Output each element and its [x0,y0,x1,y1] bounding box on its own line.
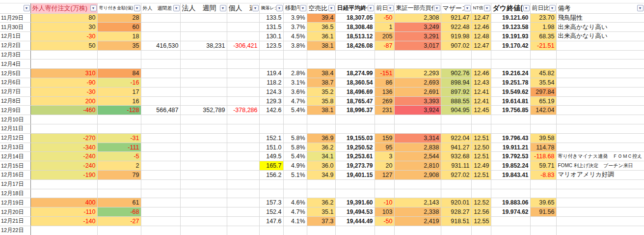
cell-kojin_shu[interactable]: -378,286 [227,106,259,115]
cell-zenjitsu[interactable]: -151 [375,69,394,78]
cell-nt_bai[interactable]: 12.51 [471,133,491,143]
cell-gaijin_shukan[interactable] [141,207,180,217]
cell-kojin_shu[interactable] [227,217,259,226]
cell-zenjitsuhi[interactable]: -8.83 [530,171,556,180]
cell-toraku_ratio[interactable]: 157.3 [259,198,283,207]
cell-toraku_ratio[interactable]: 131.5 [259,23,283,32]
date-cell[interactable]: 12月17日 [0,179,30,189]
cell-biko[interactable] [556,115,644,124]
cell-kojin_shu[interactable] [227,87,259,96]
cell-gaijin_shukan[interactable] [141,87,180,96]
cell-dow_close[interactable]: 19.792.53 [491,152,530,161]
cell-hojin_shukan[interactable] [180,189,227,198]
cell-nikkei_close[interactable]: 19,494.53 [335,207,375,217]
cell-zenjitsu[interactable]: 269 [375,96,394,106]
cell-ido_heikin[interactable]: 5.1% [283,171,307,180]
cell-karauri_hi[interactable] [307,124,335,134]
cell-biko[interactable] [556,143,644,152]
cell-yoritsuke_kingaku[interactable]: 79 [97,171,141,180]
filter-dropdown-icon[interactable]: ▼ [464,5,471,11]
cell-dow_close[interactable]: 19.796.43 [491,133,530,143]
cell-zenjitsu[interactable]: 127 [375,171,394,180]
date-cell[interactable]: 12月18日 [0,189,30,198]
column-header-biko[interactable]: 備考▼ [556,3,644,13]
cell-nt_bai[interactable] [471,59,491,69]
cell-gaijin_shukan[interactable] [141,115,180,124]
cell-toraku_ratio[interactable] [259,115,283,124]
cell-ido_heikin[interactable]: 5.4% [283,106,307,115]
cell-hojin_shukan[interactable] [180,143,227,152]
cell-toraku_ratio[interactable]: 149.5 [259,152,283,161]
column-header-yoritsuke_kingaku[interactable]: 寄り付き金額(億)▼ [97,3,141,13]
cell-gaijin_shukan[interactable] [141,226,180,235]
cell-ido_heikin[interactable]: 4.1% [283,217,307,226]
cell-mothers[interactable]: 904.95 [441,106,471,115]
cell-nt_bai[interactable]: 12.41 [471,87,491,96]
cell-hojin_shukan[interactable] [180,207,227,217]
cell-nikkei_close[interactable]: 19,401.15 [335,171,375,180]
cell-mothers[interactable]: 920.01 [441,198,471,207]
cell-biko[interactable] [556,189,644,198]
cell-zenjitsuhi[interactable]: -21.51 [530,41,556,50]
cell-dow_close[interactable] [491,189,530,198]
cell-nikkei_close[interactable]: 19,444.49 [335,217,375,226]
cell-zenjitsuhi[interactable]: 59.71 [530,161,556,171]
cell-nikkei_close[interactable]: 18,513.12 [335,32,375,41]
cell-nt_bai[interactable]: 12.51 [471,171,491,180]
cell-hojin_shukan[interactable] [180,133,227,143]
cell-mothers[interactable]: 907.02 [441,41,471,50]
cell-gaijin_shukan[interactable] [141,69,180,78]
cell-karauri_hi[interactable]: 36.5 [307,23,335,32]
column-header-tosho_ichibu[interactable]: 東証一部売買代金▼ [394,3,441,13]
cell-tosho_ichibu[interactable]: 2,810 [394,161,441,171]
cell-karauri_hi[interactable] [307,226,335,235]
cell-yoritsuke_kingaku[interactable]: -111 [97,143,141,152]
date-cell[interactable]: 12月9日 [0,106,30,115]
cell-zenjitsu[interactable]: -10 [375,198,394,207]
cell-ido_heikin[interactable]: 3.8% [283,41,307,50]
cell-hojin_shukan[interactable] [180,124,227,134]
cell-gaijin_shukan[interactable] [141,198,180,207]
cell-mothers[interactable]: 888.55 [441,96,471,106]
cell-gaijin_shukan[interactable] [141,59,180,69]
column-header-gaijin_yoritsuke[interactable]: 外人寄付注文(万株)▼ [30,3,97,13]
cell-gaijin_shukan[interactable] [141,133,180,143]
cell-hojin_shukan[interactable] [180,69,227,78]
cell-dow_close[interactable]: 19.191.93 [491,32,530,41]
cell-kojin_shu[interactable] [227,78,259,88]
cell-nt_bai[interactable]: 12.49 [471,161,491,171]
column-header-gaijin_shukan[interactable]: 外人 週間差▼ [141,3,180,13]
cell-toraku_ratio[interactable]: 133.5 [259,13,283,23]
cell-nt_bai[interactable]: 12.55 [471,217,491,226]
cell-biko[interactable]: FOMC 利上げ決定 プーチン来日 [556,161,644,171]
date-cell[interactable]: 12月12日 [0,133,30,143]
cell-hojin_shukan[interactable] [180,115,227,124]
cell-nt_bai[interactable]: 12.47 [471,41,491,50]
cell-zenjitsuhi[interactable]: 65.19 [530,96,556,106]
date-cell[interactable]: 12月21日 [0,217,30,226]
cell-gaijin_yoritsuke[interactable]: -190 [30,171,97,180]
cell-mothers[interactable]: 922.48 [441,23,471,32]
cell-dow_close[interactable]: 19.170.42 [491,41,530,50]
cell-mothers[interactable]: 919.98 [441,32,471,41]
cell-dow_close[interactable]: 19.251.78 [491,78,530,88]
cell-zenjitsu[interactable]: 205 [375,32,394,41]
cell-gaijin_shukan[interactable] [141,189,180,198]
cell-yoritsuke_kingaku[interactable] [97,50,141,59]
cell-zenjitsuhi[interactable]: 45.82 [530,69,556,78]
cell-karauri_hi[interactable] [307,50,335,59]
cell-dow_close[interactable]: 19.974.62 [491,207,530,217]
cell-yoritsuke_kingaku[interactable]: 16 [97,96,141,106]
cell-gaijin_yoritsuke[interactable]: 400 [30,198,97,207]
cell-zenjitsu[interactable] [375,226,394,235]
cell-hojin_shukan[interactable] [180,96,227,106]
cell-hojin_shukan[interactable] [180,78,227,88]
cell-nikkei_close[interactable]: 18,996.37 [335,106,375,115]
cell-mothers[interactable]: 931.11 [441,161,471,171]
cell-tosho_ichibu[interactable] [394,189,441,198]
cell-ido_heikin[interactable]: 3.7% [283,23,307,32]
cell-kojin_shu[interactable] [227,32,259,41]
cell-ido_heikin[interactable] [283,115,307,124]
cell-nikkei_close[interactable]: 18,426.08 [335,41,375,50]
cell-dow_close[interactable]: 19.216.24 [491,69,530,78]
